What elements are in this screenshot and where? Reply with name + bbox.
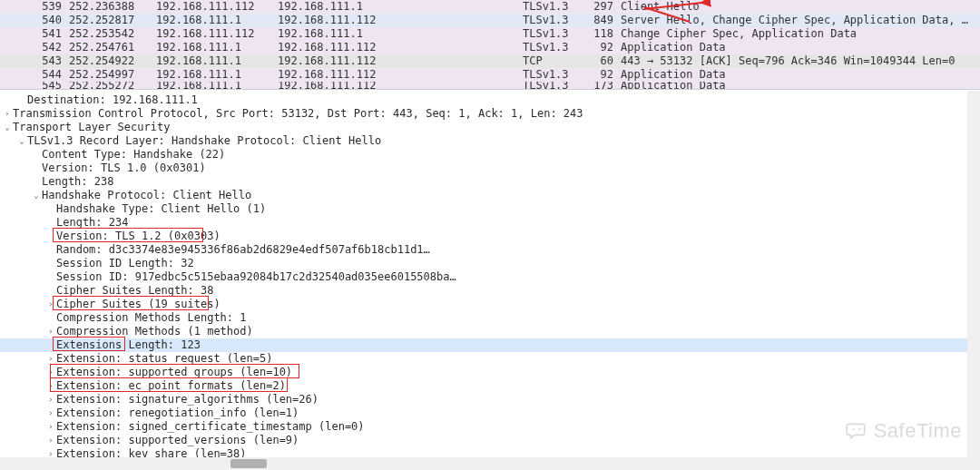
- chevron-right-icon[interactable]: ›: [45, 420, 56, 434]
- tree-session-id[interactable]: Session ID: 917edbc5c515ebaa92084b17c2d3…: [0, 270, 980, 284]
- tree-label: Destination: 192.168.111.1: [27, 93, 198, 107]
- packet-row[interactable]: 539 252.236388 192.168.111.112 192.168.1…: [0, 0, 980, 14]
- col-info: Application Data: [621, 82, 980, 89]
- tree-label: Compression Methods Length: 1: [56, 311, 247, 325]
- chevron-down-icon[interactable]: ⌄: [31, 189, 42, 202]
- tree-label: Cipher Suites Length: 38: [56, 284, 213, 298]
- tree-extension-status-request[interactable]: › Extension: status_request (len=5): [0, 352, 980, 366]
- tree-label: Extension: signed_certificate_timestamp …: [56, 420, 365, 434]
- tree-handshake-length[interactable]: Length: 234: [0, 216, 980, 230]
- tree-extension-signature-algorithms[interactable]: › Extension: signature_algorithms (len=2…: [0, 393, 980, 406]
- chevron-right-icon[interactable]: ›: [45, 379, 56, 393]
- tree-content-type[interactable]: Content Type: Handshake (22): [0, 148, 980, 162]
- tree-label: Random: d3c3374e83e945336f86ab2d6829e4ed…: [56, 243, 430, 257]
- tree-extension-supported-groups[interactable]: › Extension: supported_groups (len=10): [0, 366, 980, 379]
- tree-record-length[interactable]: Length: 238: [0, 175, 980, 189]
- tree-tls[interactable]: ⌄ Transport Layer Security: [0, 121, 980, 134]
- packet-row[interactable]: 545 252.255272 192.168.111.1 192.168.111…: [0, 82, 980, 89]
- chevron-right-icon[interactable]: ›: [45, 406, 56, 420]
- chevron-right-icon[interactable]: ›: [2, 107, 13, 121]
- tree-compression-methods-length[interactable]: Compression Methods Length: 1: [0, 311, 980, 325]
- chevron-down-icon[interactable]: ⌄: [2, 121, 13, 134]
- vertical-scrollbar[interactable]: [967, 91, 980, 465]
- tree-session-id-length[interactable]: Session ID Length: 32: [0, 257, 980, 270]
- packet-row[interactable]: 544 252.254997 192.168.111.1 192.168.111…: [0, 68, 980, 82]
- tree-record-version[interactable]: Version: TLS 1.0 (0x0301): [0, 162, 980, 175]
- watermark: SafeTime: [845, 419, 962, 443]
- col-no: 540: [0, 14, 69, 27]
- tree-extension-renegotiation-info[interactable]: › Extension: renegotiation_info (len=1): [0, 406, 980, 420]
- packet-row[interactable]: 541 252.253542 192.168.111.112 192.168.1…: [0, 27, 980, 41]
- packet-row[interactable]: 542 252.254761 192.168.111.1 192.168.111…: [0, 41, 980, 54]
- col-info: Change Cipher Spec, Application Data: [621, 27, 980, 41]
- packet-details-tree[interactable]: Destination: 192.168.111.1 › Transmissio…: [0, 90, 980, 465]
- col-dest: 192.168.111.112: [278, 54, 523, 68]
- col-source: 192.168.111.112: [156, 27, 278, 41]
- tree-label: Compression Methods (1 method): [56, 325, 253, 338]
- chevron-right-icon[interactable]: ›: [45, 298, 56, 311]
- col-info: Server Hello, Change Cipher Spec, Applic…: [621, 14, 980, 27]
- col-no: 539: [0, 0, 69, 14]
- chat-icon: [845, 419, 868, 443]
- scrollbar-thumb[interactable]: [230, 459, 267, 468]
- tree-label: Version: TLS 1.0 (0x0301): [42, 162, 206, 175]
- tree-handshake-type[interactable]: Handshake Type: Client Hello (1): [0, 202, 980, 216]
- col-length: 92: [581, 68, 621, 82]
- horizontal-scrollbar[interactable]: [0, 457, 980, 470]
- col-time: 252.255272: [69, 82, 156, 89]
- col-dest: 192.168.111.112: [278, 68, 523, 82]
- tree-extensions-length[interactable]: Extensions Length: 123: [0, 338, 980, 352]
- tree-label: Session ID: 917edbc5c515ebaa92084b17c2d3…: [56, 270, 456, 284]
- tree-tcp[interactable]: › Transmission Control Protocol, Src Por…: [0, 107, 980, 121]
- packet-list[interactable]: 539 252.236388 192.168.111.112 192.168.1…: [0, 0, 980, 90]
- tree-extension-supported-versions[interactable]: › Extension: supported_versions (len=9): [0, 434, 980, 447]
- watermark-text: SafeTime: [874, 419, 962, 443]
- tree-label: Extension: status_request (len=5): [56, 352, 272, 366]
- tree-handshake-version[interactable]: Version: TLS 1.2 (0x0303): [0, 230, 980, 243]
- tree-destination[interactable]: Destination: 192.168.111.1: [0, 93, 980, 107]
- col-source: 192.168.111.1: [156, 41, 278, 54]
- tree-label: Transport Layer Security: [13, 121, 170, 134]
- col-source: 192.168.111.1: [156, 14, 278, 27]
- chevron-right-icon[interactable]: ›: [45, 393, 56, 406]
- chevron-right-icon[interactable]: ›: [45, 366, 56, 379]
- col-length: 297: [581, 0, 621, 14]
- tree-label: Extension: ec_point_formats (len=2): [56, 379, 286, 393]
- tree-label: Extension: signature_algorithms (len=26): [56, 393, 318, 406]
- col-time: 252.254922: [69, 54, 156, 68]
- col-info: Client Hello: [621, 0, 980, 14]
- tree-compression-methods[interactable]: › Compression Methods (1 method): [0, 325, 980, 338]
- tree-record-layer[interactable]: ⌄ TLSv1.3 Record Layer: Handshake Protoc…: [0, 134, 980, 148]
- tree-label: Content Type: Handshake (22): [42, 148, 225, 162]
- col-protocol: TCP: [523, 54, 581, 68]
- col-length: 173: [581, 82, 621, 89]
- tree-random[interactable]: Random: d3c3374e83e945336f86ab2d6829e4ed…: [0, 243, 980, 257]
- col-protocol: TLSv1.3: [523, 27, 581, 41]
- tree-handshake[interactable]: ⌄ Handshake Protocol: Client Hello: [0, 189, 980, 202]
- chevron-right-icon[interactable]: ›: [45, 325, 56, 338]
- svg-point-3: [858, 428, 860, 430]
- tree-extension-signed-cert-timestamp[interactable]: › Extension: signed_certificate_timestam…: [0, 420, 980, 434]
- col-info: 443 → 53132 [ACK] Seq=796 Ack=346 Win=10…: [621, 54, 980, 68]
- col-length: 118: [581, 27, 621, 41]
- tree-label: Extension: renegotiation_info (len=1): [56, 406, 299, 420]
- packet-row[interactable]: 543 252.254922 192.168.111.1 192.168.111…: [0, 54, 980, 68]
- tree-label: Extension: supported_versions (len=9): [56, 434, 299, 447]
- col-time: 252.252817: [69, 14, 156, 27]
- tree-label: TLSv1.3 Record Layer: Handshake Protocol…: [27, 134, 381, 148]
- chevron-right-icon[interactable]: ›: [45, 434, 56, 447]
- tree-label: Version: TLS 1.2 (0x0303): [56, 230, 220, 243]
- tree-extension-ec-point-formats[interactable]: › Extension: ec_point_formats (len=2): [0, 379, 980, 393]
- chevron-right-icon[interactable]: ›: [45, 352, 56, 366]
- tree-label: Transmission Control Protocol, Src Port:…: [13, 107, 583, 121]
- chevron-down-icon[interactable]: ⌄: [16, 134, 27, 148]
- col-protocol: TLSv1.3: [523, 0, 581, 14]
- tree-cipher-suites-length[interactable]: Cipher Suites Length: 38: [0, 284, 980, 298]
- col-source: 192.168.111.112: [156, 0, 278, 14]
- tree-cipher-suites[interactable]: › Cipher Suites (19 suites): [0, 298, 980, 311]
- packet-row[interactable]: 540 252.252817 192.168.111.1 192.168.111…: [0, 14, 980, 27]
- col-no: 545: [0, 82, 69, 89]
- col-time: 252.254997: [69, 68, 156, 82]
- col-no: 542: [0, 41, 69, 54]
- tree-label: Handshake Type: Client Hello (1): [56, 202, 266, 216]
